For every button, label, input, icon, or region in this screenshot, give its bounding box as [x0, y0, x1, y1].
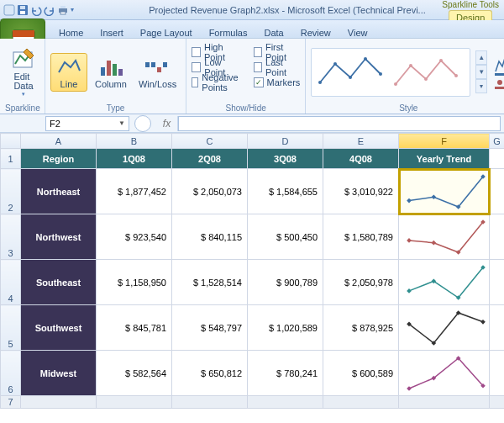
- style-gallery-scroll[interactable]: ▲ ▼ ▾: [475, 50, 487, 93]
- cell-sparkline[interactable]: [399, 169, 490, 214]
- cell[interactable]: [248, 396, 323, 409]
- type-winloss-button[interactable]: Win/Loss: [134, 53, 181, 92]
- svg-rect-35: [432, 194, 437, 199]
- col-header[interactable]: A: [21, 134, 97, 149]
- cell[interactable]: $ 3,010,922: [323, 169, 399, 214]
- cell[interactable]: $ 2,050,073: [172, 169, 248, 214]
- cell[interactable]: $ 650,812: [172, 351, 248, 396]
- undo-icon[interactable]: [30, 4, 42, 16]
- worksheet-grid[interactable]: A B C D E F G 1 Region 1Q08 2Q08 3Q08 4Q…: [0, 133, 504, 409]
- row-header[interactable]: 6: [1, 351, 21, 396]
- cell[interactable]: $ 923,540: [97, 214, 172, 260]
- cell[interactable]: [490, 149, 505, 169]
- redo-icon[interactable]: [44, 4, 55, 16]
- cell[interactable]: [490, 214, 505, 260]
- cell[interactable]: [490, 260, 505, 305]
- name-box[interactable]: F2 ▼: [45, 116, 129, 131]
- checkbox-label: Last Point: [265, 57, 300, 77]
- cell[interactable]: [490, 169, 505, 214]
- cell[interactable]: [21, 396, 97, 409]
- checkbox-markers[interactable]: ✓Markers: [254, 75, 301, 90]
- formula-input[interactable]: [178, 116, 501, 131]
- cell-sparkline[interactable]: [399, 351, 490, 396]
- checkbox-negative-points[interactable]: Negative Points: [192, 75, 241, 90]
- cell[interactable]: $ 1,580,789: [323, 214, 399, 260]
- checkbox-last-point[interactable]: Last Point: [254, 60, 301, 75]
- checkbox-icon: ✓: [254, 77, 264, 87]
- row-header[interactable]: 5: [1, 305, 21, 351]
- cell[interactable]: $ 1,528,514: [172, 260, 248, 305]
- cell-region[interactable]: Northeast: [21, 169, 97, 214]
- col-header[interactable]: E: [323, 134, 399, 149]
- style-gallery[interactable]: [311, 48, 470, 97]
- row-header[interactable]: 2: [1, 169, 21, 214]
- fx-icon[interactable]: fx: [156, 116, 178, 131]
- scroll-up-icon[interactable]: ▲: [475, 50, 487, 65]
- cell[interactable]: 2Q08: [172, 149, 248, 169]
- sparkline-icon: [404, 217, 488, 257]
- col-header[interactable]: G: [490, 134, 505, 149]
- row-header[interactable]: 4: [1, 260, 21, 305]
- col-header[interactable]: B: [97, 134, 172, 149]
- cell[interactable]: 3Q08: [248, 149, 323, 169]
- cell[interactable]: [323, 396, 399, 409]
- column-header-row[interactable]: A B C D E F G: [1, 134, 505, 149]
- print-icon[interactable]: [57, 4, 69, 16]
- row-header[interactable]: 3: [1, 214, 21, 260]
- col-header[interactable]: D: [248, 134, 323, 149]
- cell[interactable]: [97, 396, 172, 409]
- cell[interactable]: $ 1,158,950: [97, 260, 172, 305]
- cell-sparkline[interactable]: [399, 305, 490, 351]
- edit-data-button[interactable]: Edit Data ▾: [5, 45, 42, 100]
- cell[interactable]: Yearly Trend: [399, 149, 490, 169]
- svg-rect-34: [407, 198, 412, 203]
- cell[interactable]: $ 548,797: [172, 305, 248, 351]
- cell[interactable]: $ 600,589: [323, 351, 399, 396]
- svg-point-25: [379, 72, 382, 76]
- row-header[interactable]: 7: [1, 396, 21, 409]
- col-header[interactable]: F: [399, 134, 490, 149]
- scroll-down-icon[interactable]: ▼: [475, 65, 487, 79]
- type-line-button[interactable]: Line: [50, 53, 87, 92]
- cell[interactable]: Region: [21, 149, 97, 169]
- cell[interactable]: $ 845,781: [97, 305, 172, 351]
- cell[interactable]: [490, 305, 505, 351]
- svg-point-30: [454, 74, 458, 77]
- cell[interactable]: [490, 351, 505, 396]
- style-preview-icon: [312, 49, 470, 96]
- cell-sparkline[interactable]: [399, 214, 490, 260]
- cell-region[interactable]: Northwest: [21, 214, 97, 260]
- svg-rect-17: [145, 62, 150, 67]
- cell[interactable]: $ 2,050,978: [323, 260, 399, 305]
- cell-region[interactable]: Midwest: [21, 351, 97, 396]
- type-column-button[interactable]: Column: [91, 53, 131, 92]
- cell-region[interactable]: Southeast: [21, 260, 97, 305]
- checkbox-icon: [192, 47, 201, 57]
- select-all-corner[interactable]: [1, 134, 21, 149]
- col-header[interactable]: C: [172, 134, 248, 149]
- expand-gallery-icon[interactable]: ▾: [475, 79, 487, 93]
- cell[interactable]: [399, 396, 490, 409]
- cell[interactable]: [172, 396, 248, 409]
- cell[interactable]: 4Q08: [323, 149, 399, 169]
- save-icon[interactable]: [17, 4, 29, 16]
- cell[interactable]: [490, 396, 505, 409]
- svg-point-29: [439, 59, 443, 62]
- cell[interactable]: $ 878,925: [323, 305, 399, 351]
- cell-sparkline[interactable]: [399, 260, 490, 305]
- cell[interactable]: $ 1,584,655: [248, 169, 323, 214]
- cell[interactable]: $ 582,564: [97, 351, 172, 396]
- sparkline-color-icon[interactable]: [494, 53, 504, 77]
- cell[interactable]: $ 1,877,452: [97, 169, 172, 214]
- cell-region[interactable]: Southwest: [21, 305, 97, 351]
- namebox-dropdown-icon[interactable]: ▼: [118, 119, 125, 127]
- marker-color-icon[interactable]: [494, 78, 504, 90]
- row-header[interactable]: 1: [1, 149, 21, 169]
- cell[interactable]: $ 780,241: [248, 351, 323, 396]
- cell[interactable]: $ 500,450: [248, 214, 323, 260]
- cell[interactable]: 1Q08: [97, 149, 172, 169]
- sparkline-icon: [404, 353, 488, 394]
- cell[interactable]: $ 1,020,589: [248, 305, 323, 351]
- cell[interactable]: $ 900,789: [248, 260, 323, 305]
- cell[interactable]: $ 840,115: [172, 214, 248, 260]
